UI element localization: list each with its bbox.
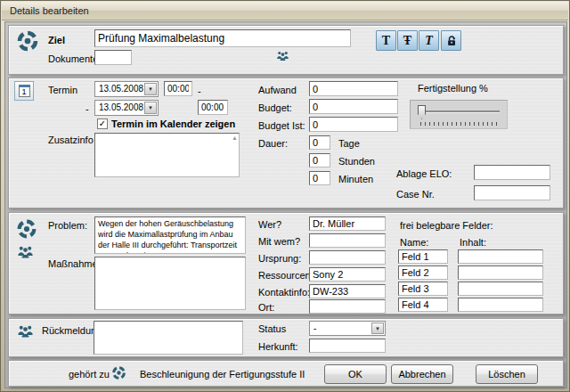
target-icon <box>16 218 37 240</box>
feld3-name-input[interactable] <box>398 282 448 296</box>
ursprung-label: Ursprung: <box>258 253 301 264</box>
feld4-inhalt-input[interactable] <box>458 298 543 312</box>
feld3-inhalt-input[interactable] <box>458 282 543 296</box>
ursprung-input[interactable] <box>309 250 386 265</box>
date-to-combo[interactable]: 13.05.2008 ▼ <box>94 100 159 116</box>
herkunft-input[interactable] <box>309 339 386 353</box>
slider-track[interactable] <box>419 110 500 113</box>
mit-wem-label: Mit wem? <box>258 236 300 247</box>
status-value: - <box>314 323 316 333</box>
herkunft-label: Herkunft: <box>258 341 298 352</box>
dokumente-label: Dokumente <box>48 53 98 64</box>
feld4-name-input[interactable] <box>398 298 448 312</box>
problem-textarea[interactable]: Wegen der hohen Geräuschbelastung wird d… <box>94 216 246 254</box>
fertigstellung-slider[interactable] <box>410 100 508 129</box>
kalender-checkbox[interactable]: ✓ <box>97 118 108 129</box>
kontaktinfo-input[interactable] <box>309 284 386 298</box>
chevron-down-icon[interactable]: ▼ <box>371 323 384 334</box>
dauer-stunden-input[interactable] <box>309 153 330 167</box>
footer-bar: gehört zu Beschleunigung der Fertigungss… <box>8 360 564 387</box>
dokumente-input[interactable] <box>94 50 132 65</box>
minuten-label: Minuten <box>338 174 373 184</box>
time-range-separator: - <box>198 86 201 96</box>
date-from-combo[interactable]: 13.05.2008 ▼ <box>94 81 159 97</box>
aufwand-input[interactable] <box>309 81 398 96</box>
kalender-checkbox-label: Termin im Kalender zeigen <box>111 118 235 129</box>
massnahme-textarea[interactable] <box>94 257 246 310</box>
group-icon <box>276 49 289 62</box>
termin-label: Termin <box>48 85 77 95</box>
stunden-label: Stunden <box>338 156 375 167</box>
gehoert-zu-value: Beschleunigung der Fertigungsstufe II <box>140 369 305 380</box>
window-title: Details bearbeiten <box>10 5 89 16</box>
lock-icon <box>445 35 458 47</box>
problem-label: Problem: <box>48 220 87 231</box>
inhalt-header: Inhalt: <box>460 237 486 248</box>
ok-button[interactable]: OK <box>324 364 387 384</box>
rueckmeldung-textarea[interactable] <box>94 321 243 355</box>
italic-button[interactable]: T <box>419 30 439 51</box>
fertigstellung-label: Fertigstellung % <box>418 83 488 94</box>
title-bar[interactable]: Details bearbeiten <box>2 2 568 20</box>
aufwand-label: Aufwand <box>258 85 297 95</box>
abbrechen-button[interactable]: Abbrechen <box>391 364 453 384</box>
chevron-down-icon[interactable]: ▼ <box>144 83 157 95</box>
name-header: Name: <box>400 237 428 248</box>
group-icon <box>17 243 34 260</box>
status-label: Status <box>258 323 286 334</box>
wer-label: Wer? <box>258 219 281 230</box>
feld1-name-input[interactable] <box>398 249 448 264</box>
loeschen-button[interactable]: Löschen <box>476 364 538 384</box>
calendar-button[interactable]: 1 <box>14 81 34 101</box>
budget-input[interactable] <box>309 99 398 114</box>
wer-input[interactable] <box>309 216 386 231</box>
massnahme-label: Maßnahme <box>48 258 98 269</box>
ziel-section: Ziel T Ŧ T Dokumente <box>8 25 564 75</box>
strikethrough-button[interactable]: Ŧ <box>397 30 418 51</box>
target-icon <box>16 29 39 53</box>
freie-felder-title: frei belegbare Felder: <box>400 220 493 231</box>
slider-thumb[interactable] <box>418 105 426 119</box>
dauer-label: Dauer: <box>258 138 288 149</box>
rueckmeldung-section: Rückmeldung: Status - ▼ Herkunft: <box>8 318 564 357</box>
time-to-input[interactable] <box>198 100 228 115</box>
time-from-input[interactable] <box>164 81 192 96</box>
ort-input[interactable] <box>309 299 386 314</box>
budget-ist-label: Budget Ist: <box>258 120 305 131</box>
gehoert-zu-label: gehört zu <box>69 369 110 380</box>
ziel-label: Ziel <box>48 35 65 45</box>
budget-label: Budget: <box>258 102 292 113</box>
date-range-separator: - <box>86 103 89 114</box>
ressourcen-label: Ressourcen: <box>258 270 314 281</box>
kontaktinfo-label: Kontaktinfo: <box>258 287 310 298</box>
chevron-down-icon[interactable]: ▼ <box>144 102 157 114</box>
group-icon <box>17 323 34 339</box>
budget-ist-input[interactable] <box>309 117 398 132</box>
feld1-inhalt-input[interactable] <box>458 249 543 264</box>
ablage-elo-input[interactable] <box>474 165 550 180</box>
ressourcen-input[interactable] <box>309 267 386 282</box>
tage-label: Tage <box>338 138 360 149</box>
mit-wem-input[interactable] <box>309 233 386 248</box>
zusatzinfo-textarea[interactable] <box>94 133 240 177</box>
case-nr-input[interactable] <box>474 185 550 200</box>
ziel-input[interactable] <box>94 29 351 47</box>
dauer-minuten-input[interactable] <box>309 171 330 185</box>
date-to-value: 13.05.2008 <box>99 102 143 112</box>
zusatzinfo-label: Zusatzinfo <box>48 135 94 145</box>
ort-label: Ort: <box>258 302 274 313</box>
problem-section: Problem: Wegen der hohen Geräuschbelastu… <box>8 212 564 314</box>
dauer-tage-input[interactable] <box>309 135 330 150</box>
case-nr-label: Case Nr. <box>396 189 435 200</box>
status-combo[interactable]: - ▼ <box>309 321 386 336</box>
ablage-elo-label: Ablage ELO: <box>396 168 452 179</box>
feld2-inhalt-input[interactable] <box>458 265 543 280</box>
calendar-icon: 1 <box>19 85 30 97</box>
feld2-name-input[interactable] <box>398 265 448 280</box>
slider-ticks <box>420 122 501 126</box>
bold-button[interactable]: T <box>376 30 396 51</box>
scroll-up-icon[interactable]: ▲ <box>232 135 238 141</box>
date-from-value: 13.05.2008 <box>99 84 143 94</box>
lock-button[interactable] <box>441 30 461 51</box>
details-dialog: Details bearbeiten Ziel T Ŧ T Dokumente <box>0 0 570 392</box>
